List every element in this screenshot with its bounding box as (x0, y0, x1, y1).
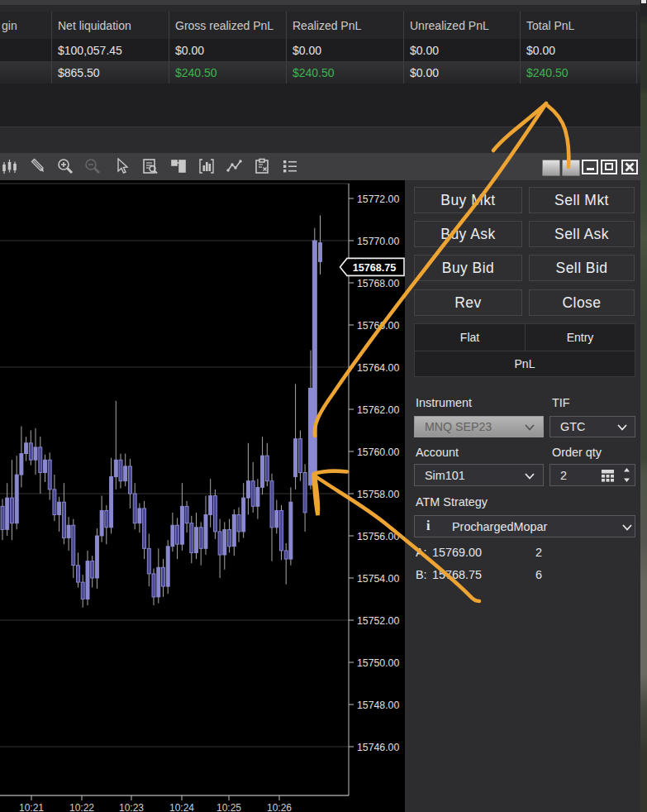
svg-text:10:26: 10:26 (267, 802, 292, 812)
svg-text:10:25: 10:25 (216, 802, 241, 812)
svg-text:15770.00: 15770.00 (357, 236, 399, 247)
svg-text:10:21: 10:21 (19, 802, 44, 812)
svg-text:15766.00: 15766.00 (357, 320, 399, 332)
svg-text:10:23: 10:23 (119, 802, 144, 812)
svg-text:15758.00: 15758.00 (357, 489, 399, 500)
svg-text:15746.00: 15746.00 (357, 742, 399, 753)
svg-text:15764.00: 15764.00 (357, 362, 399, 374)
svg-text:15756.00: 15756.00 (357, 531, 399, 542)
svg-text:15752.00: 15752.00 (357, 615, 399, 627)
svg-text:15768.00: 15768.00 (357, 278, 399, 289)
svg-text:10:22: 10:22 (69, 802, 94, 812)
svg-text:15748.00: 15748.00 (357, 700, 399, 711)
svg-text:15772.00: 15772.00 (357, 193, 399, 205)
svg-text:10:24: 10:24 (169, 802, 194, 812)
svg-text:15762.00: 15762.00 (357, 404, 399, 416)
svg-text:15750.00: 15750.00 (357, 657, 399, 669)
svg-text:15768.75: 15768.75 (353, 262, 397, 274)
svg-text:15760.00: 15760.00 (357, 447, 399, 458)
svg-text:15754.00: 15754.00 (357, 573, 399, 585)
